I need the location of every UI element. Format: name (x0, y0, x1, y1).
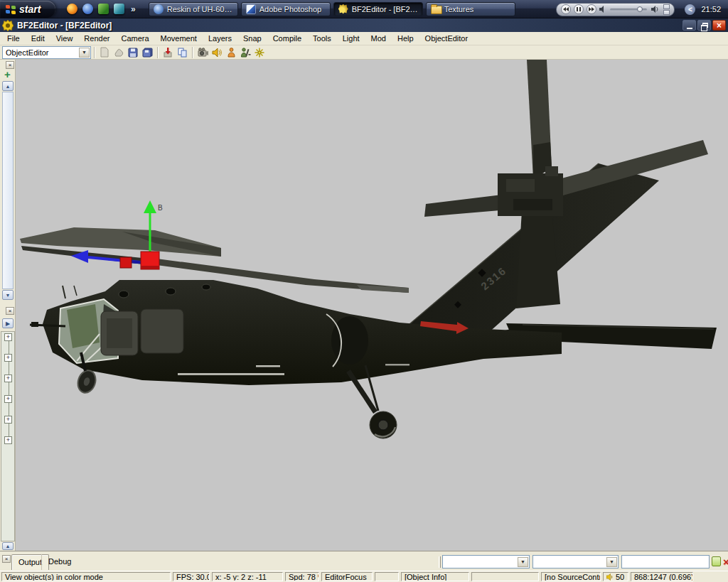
menu-layers[interactable]: Layers (203, 33, 237, 44)
chevron-down-icon[interactable]: ▼ (606, 557, 617, 567)
output-panel-bar: × Output Debug ▼ ▼ × (0, 551, 728, 571)
task-button-textures[interactable]: Textures (426, 2, 515, 16)
helicopter-model: 2316 B (16, 60, 728, 551)
media-options-down-button[interactable] (663, 10, 670, 15)
tree-expand-node[interactable]: + (4, 395, 12, 403)
pick-button[interactable] (112, 46, 125, 59)
status-empty-2 (471, 572, 539, 581)
menu-objecteditor[interactable]: ObjectEditor (419, 33, 474, 44)
toolbar-grip[interactable] (439, 556, 441, 568)
main-toolbar: ObjectEditor ▼ (0, 45, 728, 60)
tree-expand-node[interactable]: + (4, 333, 12, 341)
dock-scroll-up-button[interactable]: ▲ (2, 542, 14, 550)
menu-light[interactable]: Light (337, 33, 365, 44)
volume-high-icon (651, 6, 659, 13)
add-icon[interactable]: + (3, 70, 12, 80)
windows-logo-icon (6, 5, 16, 14)
task-button-photoshop[interactable]: Adobe Photoshop (241, 2, 331, 16)
expand-panel-button[interactable]: ▶ (2, 318, 14, 328)
menu-file[interactable]: File (1, 33, 26, 44)
new-file-button[interactable] (98, 46, 111, 59)
menu-mod[interactable]: Mod (365, 33, 392, 44)
quick-launch-overflow-chevron[interactable]: » (131, 4, 136, 14)
firefox-icon[interactable] (67, 4, 77, 14)
speaker-icon (212, 48, 222, 58)
media-control-toolbar (556, 3, 675, 16)
hide-tray-icons-chevron[interactable]: < (685, 4, 695, 15)
close-bottom-panel-button[interactable]: × (6, 307, 14, 315)
duplicate-button[interactable] (176, 46, 188, 59)
media-previous-button[interactable] (561, 4, 571, 14)
tree-expand-node[interactable]: + (4, 354, 12, 362)
menu-compile[interactable]: Compile (267, 33, 307, 44)
tree-expand-node[interactable]: + (4, 436, 12, 444)
chevron-down-icon[interactable]: ▼ (79, 48, 90, 58)
apply-filter-button[interactable] (711, 556, 722, 567)
chevron-down-icon[interactable]: ▼ (518, 557, 528, 567)
media-pause-button[interactable] (574, 4, 584, 14)
gizmo-handle[interactable] (120, 257, 132, 268)
volume-slider-knob[interactable] (637, 6, 643, 12)
menu-movement[interactable]: Movement (155, 33, 203, 44)
copy-pages-icon (177, 48, 188, 58)
filter-select-2[interactable]: ▼ (532, 555, 619, 568)
media-next-button[interactable] (587, 4, 596, 14)
editor-mode-select[interactable]: ObjectEditor ▼ (2, 46, 91, 59)
tab-debug[interactable]: Debug (41, 554, 77, 570)
status-fps: FPS: 30.0 (173, 572, 210, 581)
clear-filter-button[interactable]: × (721, 556, 728, 567)
task-button-reskin[interactable]: Reskin of UH-60 Black... (149, 2, 238, 16)
left-dock: × + ▲ ▼ × ▶ + + + + + + ▲ (0, 60, 16, 551)
menu-render[interactable]: Render (78, 33, 115, 44)
menu-view[interactable]: View (50, 33, 79, 44)
note-icon (712, 556, 721, 566)
ai-soldier-button[interactable] (239, 46, 252, 59)
green-app-icon[interactable] (98, 4, 109, 14)
close-button[interactable]: × (712, 20, 726, 31)
sound-button[interactable] (210, 46, 223, 59)
tree-expand-node[interactable]: + (4, 374, 12, 382)
status-volume: 50 (603, 572, 628, 581)
start-label: start (19, 4, 41, 15)
scroll-down-button[interactable]: ▼ (2, 290, 14, 300)
menu-tools[interactable]: Tools (307, 33, 337, 44)
browser-page-icon (154, 4, 164, 14)
3d-viewport[interactable]: 2316 B (16, 60, 728, 551)
hand-icon (114, 48, 124, 58)
browser-globe-icon[interactable] (82, 4, 93, 14)
task-button-bf2editor[interactable]: BF2Editor - [BF2Editor] (333, 2, 423, 16)
volume-slider[interactable] (610, 9, 647, 11)
status-source-control: [no SourceControl] (541, 572, 601, 581)
menu-snap[interactable]: Snap (237, 33, 267, 44)
tree-expand-node[interactable]: + (4, 416, 12, 424)
speaker-icon (606, 573, 614, 581)
import-object-button[interactable] (161, 46, 174, 59)
gizmo-axis-label: B (158, 204, 163, 212)
filter-text-input[interactable] (621, 555, 710, 568)
close-output-panel-button[interactable]: × (2, 555, 11, 563)
media-options-up-button[interactable] (663, 4, 670, 9)
save-all-button[interactable] (141, 46, 154, 59)
soldier-button[interactable] (225, 46, 237, 59)
menu-help[interactable]: Help (392, 33, 419, 44)
scroll-up-button[interactable]: ▲ (2, 81, 14, 91)
effects-button[interactable] (253, 46, 266, 59)
restore-button[interactable] (697, 20, 711, 31)
teal-app-icon[interactable] (114, 4, 124, 14)
save-button[interactable] (127, 46, 139, 59)
status-message: View object(s) in color mode (1, 572, 171, 581)
minimize-button[interactable] (682, 20, 696, 31)
start-button[interactable]: start (0, 1, 55, 18)
menu-camera[interactable]: Camera (115, 33, 154, 44)
filter-select-1[interactable]: ▼ (442, 555, 530, 568)
render-settings-button[interactable] (196, 46, 209, 59)
window-titlebar[interactable]: BF2Editor - [BF2Editor] × (0, 18, 728, 32)
photoshop-icon (246, 4, 256, 14)
tail-rotor-blade-left (424, 195, 502, 217)
menu-edit[interactable]: Edit (26, 33, 50, 44)
import-arrow-icon (163, 47, 173, 58)
volume-low-icon (599, 6, 606, 13)
floppy-stack-icon (142, 48, 153, 58)
soldier-rifle-icon (240, 48, 251, 58)
scrollbar-track[interactable] (2, 92, 14, 289)
